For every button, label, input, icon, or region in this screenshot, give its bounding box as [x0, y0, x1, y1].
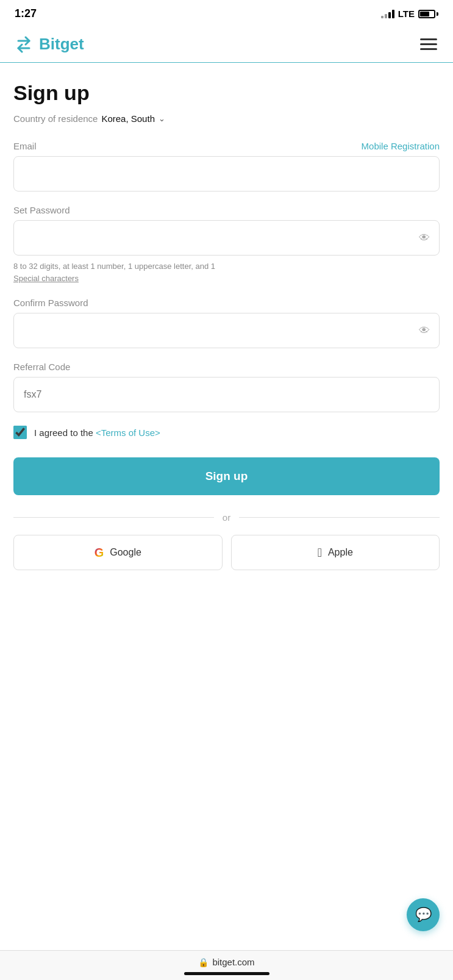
apple-icon: 	[318, 546, 322, 560]
divider-line-right	[239, 517, 440, 518]
confirm-password-group: Confirm Password 👁︎	[13, 298, 440, 348]
social-buttons: G Google  Apple	[13, 535, 440, 570]
main-content: Sign up Country of residence Korea, Sout…	[0, 63, 453, 588]
password-group: Set Password 👁︎ 8 to 32 digits, at least…	[13, 205, 440, 284]
url-text: bitget.com	[212, 957, 254, 967]
signup-button[interactable]: Sign up	[13, 457, 440, 495]
logo-icon	[13, 36, 34, 53]
status-bar: 1:27 LTE	[0, 0, 453, 25]
confirm-password-input-wrapper: 👁︎	[13, 313, 440, 348]
country-row[interactable]: Country of residence Korea, South ⌄	[13, 113, 440, 124]
lock-icon: 🔒	[198, 957, 209, 967]
battery-body	[418, 10, 435, 18]
special-chars-link[interactable]: Special characters	[13, 274, 79, 283]
divider-line-left	[13, 517, 214, 518]
confirm-password-toggle-icon[interactable]: 👁︎	[419, 324, 430, 337]
signal-bar-2	[385, 14, 387, 18]
terms-row: I agreed to the <Terms of Use>	[13, 426, 440, 439]
email-label: Email	[13, 141, 37, 151]
confirm-password-label: Confirm Password	[13, 298, 88, 308]
password-label-row: Set Password	[13, 205, 440, 215]
password-toggle-icon[interactable]: 👁︎	[419, 232, 430, 245]
browser-url: 🔒 bitget.com	[198, 957, 254, 967]
status-right: LTE	[381, 9, 438, 19]
signal-bar-1	[381, 16, 383, 18]
page-title: Sign up	[13, 81, 440, 105]
password-label: Set Password	[13, 205, 70, 215]
referral-input[interactable]	[13, 377, 440, 412]
confirm-password-input[interactable]	[13, 313, 440, 348]
bottom-bar: 🔒 bitget.com	[0, 950, 453, 980]
battery-tip	[437, 12, 438, 16]
email-group: Email Mobile Registration	[13, 141, 440, 191]
lte-label: LTE	[398, 9, 415, 19]
signal-bar-4	[392, 10, 394, 18]
home-indicator	[184, 972, 269, 975]
confirm-password-label-row: Confirm Password	[13, 298, 440, 308]
or-divider: or	[13, 512, 440, 523]
password-input[interactable]	[13, 220, 440, 256]
logo: Bitget	[13, 35, 84, 54]
hamburger-line-3	[420, 48, 437, 50]
terms-text: I agreed to the	[34, 427, 96, 438]
signal-bar-3	[388, 12, 391, 18]
password-input-wrapper: 👁︎	[13, 220, 440, 256]
battery-fill	[420, 12, 429, 16]
country-label: Country of residence	[13, 113, 98, 124]
google-signin-button[interactable]: G Google	[13, 535, 223, 570]
google-icon: G	[95, 546, 104, 560]
battery-indicator	[418, 10, 438, 18]
email-input-wrapper	[13, 156, 440, 191]
google-button-label: Google	[110, 547, 141, 558]
header: Bitget	[0, 25, 453, 63]
apple-signin-button[interactable]:  Apple	[231, 535, 440, 570]
hamburger-line-1	[420, 38, 437, 40]
mobile-registration-link[interactable]: Mobile Registration	[362, 141, 440, 151]
referral-label-row: Referral Code	[13, 362, 440, 372]
or-text: or	[223, 512, 230, 523]
hamburger-line-2	[420, 43, 437, 45]
terms-checkbox[interactable]	[13, 426, 27, 439]
email-input[interactable]	[13, 156, 440, 191]
terms-link[interactable]: <Terms of Use>	[96, 427, 160, 438]
apple-button-label: Apple	[328, 547, 353, 558]
chevron-down-icon: ⌄	[159, 114, 165, 123]
logo-text: Bitget	[39, 35, 84, 54]
referral-group: Referral Code	[13, 362, 440, 412]
country-value: Korea, South	[101, 113, 155, 124]
hamburger-menu[interactable]	[418, 36, 440, 52]
email-label-row: Email Mobile Registration	[13, 141, 440, 151]
password-hint: 8 to 32 digits, at least 1 number, 1 upp…	[13, 260, 440, 284]
status-time: 1:27	[15, 7, 37, 20]
chat-icon: 💬	[415, 907, 432, 923]
terms-label: I agreed to the <Terms of Use>	[34, 427, 160, 438]
password-hint-text: 8 to 32 digits, at least 1 number, 1 upp…	[13, 262, 215, 271]
signal-bars	[381, 10, 394, 18]
referral-label: Referral Code	[13, 362, 70, 372]
chat-fab[interactable]: 💬	[407, 898, 440, 931]
